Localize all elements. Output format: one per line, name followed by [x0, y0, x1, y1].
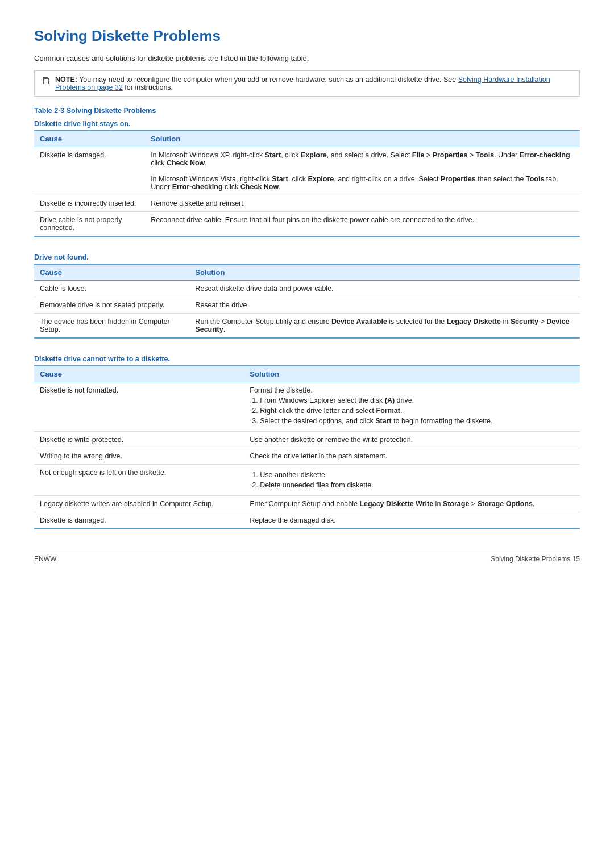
- table-row: Diskette is damaged. In Microsoft Window…: [34, 147, 580, 195]
- table-row: The device has been hidden in Computer S…: [34, 314, 580, 339]
- solution-cell: In Microsoft Windows XP, right-click Sta…: [145, 147, 580, 195]
- table-section-3: Cause Solution Diskette is not formatted…: [34, 365, 580, 529]
- cause-cell: Diskette is write-protected.: [34, 432, 244, 448]
- solution-cell: Use another diskette or remove the write…: [244, 432, 580, 448]
- solution-cell: Replace the damaged disk.: [244, 512, 580, 529]
- col-cause-3: Cause: [34, 366, 244, 382]
- solution-cell: Check the drive letter in the path state…: [244, 448, 580, 465]
- note-box: 🖹 NOTE: You may need to reconfigure the …: [34, 70, 580, 97]
- table-caption: Table 2-3 Solving Diskette Problems: [34, 107, 580, 115]
- col-cause-1: Cause: [34, 131, 145, 147]
- note-after: for instructions.: [123, 84, 173, 91]
- col-solution-2: Solution: [189, 264, 580, 281]
- cause-cell: The device has been hidden in Computer S…: [34, 314, 189, 339]
- footer-left: ENWW: [34, 555, 56, 563]
- solution-cell: Remove diskette and reinsert.: [145, 195, 580, 212]
- solution-cell: Reconnect drive cable. Ensure that all f…: [145, 212, 580, 237]
- table-row: Diskette is write-protected. Use another…: [34, 432, 580, 448]
- col-cause-2: Cause: [34, 264, 189, 281]
- table-row: Not enough space is left on the diskette…: [34, 465, 580, 496]
- table-row: Diskette is damaged. Replace the damaged…: [34, 512, 580, 529]
- col-solution-1: Solution: [145, 131, 580, 147]
- cause-cell: Diskette is incorrectly inserted.: [34, 195, 145, 212]
- cause-cell: Diskette is not formatted.: [34, 382, 244, 432]
- table-row: Legacy diskette writes are disabled in C…: [34, 496, 580, 512]
- solution-cell: Enter Computer Setup and enable Legacy D…: [244, 496, 580, 512]
- footer-right: Solving Diskette Problems 15: [491, 555, 580, 563]
- table-row: Removable drive is not seated properly. …: [34, 297, 580, 314]
- cause-cell: Legacy diskette writes are disabled in C…: [34, 496, 244, 512]
- table-section-2: Cause Solution Cable is loose. Reseat di…: [34, 264, 580, 339]
- col-solution-3: Solution: [244, 366, 580, 382]
- table-row: Drive cable is not properly connected. R…: [34, 212, 580, 237]
- section-label-2: Drive not found.: [34, 251, 580, 264]
- footer: ENWW Solving Diskette Problems 15: [34, 550, 580, 563]
- solution-cell: Reseat diskette drive data and power cab…: [189, 281, 580, 297]
- cause-cell: Drive cable is not properly connected.: [34, 212, 145, 237]
- section-label-1: Diskette drive light stays on.: [34, 117, 580, 130]
- section-label-3: Diskette drive cannot write to a diskett…: [34, 352, 580, 365]
- table-row: Diskette is not formatted. Format the di…: [34, 382, 580, 432]
- page-title: Solving Diskette Problems: [34, 27, 580, 45]
- solution-cell: Run the Computer Setup utility and ensur…: [189, 314, 580, 339]
- cause-cell: Diskette is damaged.: [34, 512, 244, 529]
- cause-cell: Removable drive is not seated properly.: [34, 297, 189, 314]
- note-icon: 🖹: [42, 76, 51, 91]
- solution-cell: Reseat the drive.: [189, 297, 580, 314]
- table-row: Cable is loose. Reseat diskette drive da…: [34, 281, 580, 297]
- cause-cell: Writing to the wrong drive.: [34, 448, 244, 465]
- intro-text: Common causes and solutions for diskette…: [34, 54, 580, 62]
- solution-cell: Use another diskette. Delete unneeded fi…: [244, 465, 580, 496]
- cause-cell: Not enough space is left on the diskette…: [34, 465, 244, 496]
- solution-cell: Format the diskette. From Windows Explor…: [244, 382, 580, 432]
- table-row: Writing to the wrong drive. Check the dr…: [34, 448, 580, 465]
- table-section-1: Cause Solution Diskette is damaged. In M…: [34, 130, 580, 237]
- note-content: NOTE: You may need to reconfigure the co…: [55, 76, 572, 91]
- note-label: NOTE:: [55, 76, 77, 84]
- cause-cell: Cable is loose.: [34, 281, 189, 297]
- note-text: You may need to reconfigure the computer…: [79, 76, 458, 84]
- table-row: Diskette is incorrectly inserted. Remove…: [34, 195, 580, 212]
- cause-cell: Diskette is damaged.: [34, 147, 145, 195]
